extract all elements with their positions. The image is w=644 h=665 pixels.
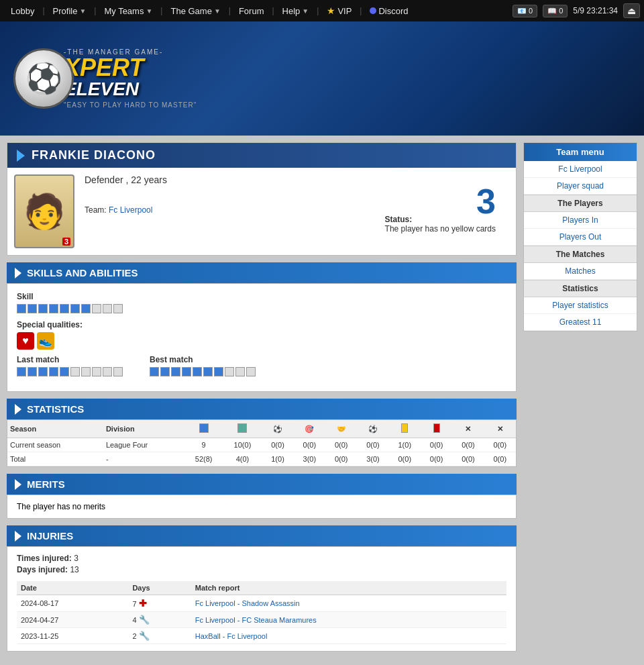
skill-bar-segment-2 bbox=[38, 367, 48, 376]
nav-lobby[interactable]: Lobby bbox=[4, 6, 41, 16]
nav-sep-2: | bbox=[93, 6, 97, 15]
injuries-arrow-icon bbox=[15, 531, 21, 542]
sidebar-section-the-matches: The Matches bbox=[524, 246, 637, 263]
statistics-header-wrapper: STATISTICS bbox=[7, 399, 517, 419]
nav-help[interactable]: Help ▼ bbox=[276, 6, 316, 16]
notifications[interactable]: 📧 0 bbox=[513, 5, 537, 17]
statistics-table: Season Division ⚽ 🎯 🤝 ⚽ ✕ ✕ bbox=[7, 420, 516, 466]
col-x2: ✕ bbox=[484, 420, 516, 438]
statistics-section-header: STATISTICS bbox=[7, 399, 517, 419]
skill-bar-segment-4 bbox=[60, 367, 69, 376]
injury-col-days: Days bbox=[128, 581, 191, 595]
last-match-label: Last match bbox=[17, 355, 123, 364]
skill-bar-segment-7 bbox=[225, 367, 234, 376]
col-shots: ⚽ bbox=[357, 420, 388, 438]
sidebar-link-fc-liverpool[interactable]: Fc Liverpool bbox=[524, 161, 637, 178]
sidebar-section-the-players: The Players bbox=[524, 195, 637, 212]
sidebar-link-players-out[interactable]: Players Out bbox=[524, 229, 637, 246]
injury-match-link[interactable]: HaxBall - Fc Liverpool bbox=[195, 632, 268, 640]
col-goals: ⚽ bbox=[262, 420, 293, 438]
injuries-header-wrapper: INJURIES bbox=[7, 525, 517, 546]
nav-discord[interactable]: Discord bbox=[363, 6, 415, 16]
merits-arrow-icon bbox=[15, 479, 21, 490]
skill-bar-segment-6 bbox=[81, 304, 91, 313]
skill-bar-segment-6 bbox=[214, 367, 223, 376]
special-qualities: Special qualities: ♥ 👟 bbox=[17, 320, 506, 350]
sidebar-links: Fc LiverpoolPlayer squadThe PlayersPlaye… bbox=[524, 161, 637, 331]
nav-right-area: 📧 0 📖 0 5/9 23:21:34 ⏏ bbox=[513, 3, 640, 18]
skill-bar-segment-0 bbox=[17, 367, 26, 376]
team-menu: Team menu Fc LiverpoolPlayer squadThe Pl… bbox=[523, 142, 637, 331]
nav-sep-1: | bbox=[41, 6, 46, 15]
nav-sep-5: | bbox=[270, 6, 275, 15]
skill-bar-segment-1 bbox=[28, 367, 37, 376]
sq-boot-icon: 👟 bbox=[37, 332, 54, 350]
datetime: 5/9 23:21:34 bbox=[573, 6, 618, 15]
skill-bar-segment-9 bbox=[113, 304, 123, 313]
statistics-arrow-icon bbox=[15, 404, 21, 415]
nav-my-teams[interactable]: My Teams ▼ bbox=[97, 6, 159, 16]
nav-sep-6: | bbox=[315, 6, 320, 15]
sidebar-link-matches[interactable]: Matches bbox=[524, 263, 637, 280]
logo-text: -THE MANAGER GAME- XPERT ELEVEN "EASY TO… bbox=[64, 48, 197, 109]
player-position: Defender , 22 years bbox=[85, 174, 509, 185]
injury-red-cross-icon: ✚ bbox=[139, 600, 147, 608]
injury-match-link[interactable]: Fc Liverpool - FC Steaua Maramures bbox=[195, 616, 317, 624]
col-yellow bbox=[389, 420, 421, 438]
injury-row: 2024-08-177 ✚Fc Liverpool - Shadow Assas… bbox=[17, 595, 506, 612]
col-x1: ✕ bbox=[452, 420, 484, 438]
col-division: Division bbox=[103, 420, 184, 438]
merits-text: The player has no merits bbox=[17, 502, 105, 511]
player-name: FRANKIE DIACONO bbox=[32, 148, 156, 162]
top-navigation: Lobby | Profile ▼ | My Teams ▼ | The Gam… bbox=[0, 0, 644, 21]
injury-info: Times injured: 3 Days injured: 13 bbox=[17, 554, 506, 574]
player-card: FRANKIE DIACONO 🧑 3 Defender , 22 years … bbox=[7, 142, 517, 256]
last-match-bar bbox=[17, 367, 123, 376]
player-team: Team: Fc Liverpool bbox=[85, 205, 509, 215]
nav-vip[interactable]: ★ VIP bbox=[320, 5, 358, 16]
injury-wrench-icon: 🔧 bbox=[139, 616, 150, 624]
table-row: Current seasonLeague Four910(0)0(0)0(0)0… bbox=[7, 438, 516, 452]
player-team-link[interactable]: Fc Liverpool bbox=[109, 205, 152, 215]
team-menu-header: Team menu bbox=[524, 143, 637, 161]
skills-section: Skill Special qualities: ♥ 👟 Last match … bbox=[7, 283, 517, 392]
status-label: Status: bbox=[385, 215, 496, 224]
days-injured: Days injured: 13 bbox=[17, 565, 506, 574]
injury-row: 2024-04-274 🔧Fc Liverpool - FC Steaua Ma… bbox=[17, 612, 506, 628]
logout-button[interactable]: ⏏ bbox=[623, 3, 640, 18]
player-info-container: Defender , 22 years Team: Fc Liverpool 3… bbox=[85, 174, 509, 215]
avatar-number: 3 bbox=[62, 238, 70, 246]
skill-bar-segment-7 bbox=[92, 304, 101, 313]
col-red bbox=[421, 420, 452, 438]
sidebar-link-players-in[interactable]: Players In bbox=[524, 212, 637, 229]
sidebar-link-player-squad[interactable]: Player squad bbox=[524, 178, 637, 195]
injury-col-match: Match report bbox=[191, 581, 506, 595]
nav-the-game[interactable]: The Game ▼ bbox=[164, 6, 227, 16]
player-status: Status: The player has no yellow cards bbox=[385, 215, 496, 234]
nav-profile[interactable]: Profile ▼ bbox=[46, 6, 93, 16]
injury-match-link[interactable]: Fc Liverpool - Shadow Assassin bbox=[195, 599, 300, 607]
skill-bar-segment-4 bbox=[193, 367, 202, 376]
help-dropdown-arrow: ▼ bbox=[302, 7, 309, 15]
sidebar-link-greatest-11[interactable]: Greatest 11 bbox=[524, 314, 637, 331]
messages[interactable]: 📖 0 bbox=[543, 5, 568, 17]
col-flag bbox=[184, 420, 223, 438]
logo: ⚽ -THE MANAGER GAME- XPERT ELEVEN "EASY … bbox=[13, 48, 197, 109]
skills-header-wrapper: SKILLS AND ABILITIES bbox=[7, 262, 517, 283]
nav-forum[interactable]: Forum bbox=[232, 6, 271, 16]
skill-bar-segment-0 bbox=[17, 304, 26, 313]
player-header: FRANKIE DIACONO bbox=[7, 143, 516, 168]
sidebar-section-statistics: Statistics bbox=[524, 280, 637, 297]
skill-bar-segment-8 bbox=[103, 304, 112, 313]
best-match-label: Best match bbox=[150, 355, 256, 364]
nav-sep-7: | bbox=[358, 6, 363, 15]
skill-bar-segment-5 bbox=[70, 304, 80, 313]
statistics-title: STATISTICS bbox=[27, 403, 84, 415]
sidebar-link-player-statistics[interactable]: Player statistics bbox=[524, 297, 637, 314]
nav-sep-3: | bbox=[159, 6, 164, 15]
logo-main-text: XPERT bbox=[64, 56, 197, 80]
skill-label: Skill bbox=[17, 292, 506, 301]
skill-bar-segment-4 bbox=[60, 304, 69, 313]
injuries-section-header: INJURIES bbox=[7, 525, 517, 546]
merits-header-wrapper: MERITS bbox=[7, 474, 517, 495]
